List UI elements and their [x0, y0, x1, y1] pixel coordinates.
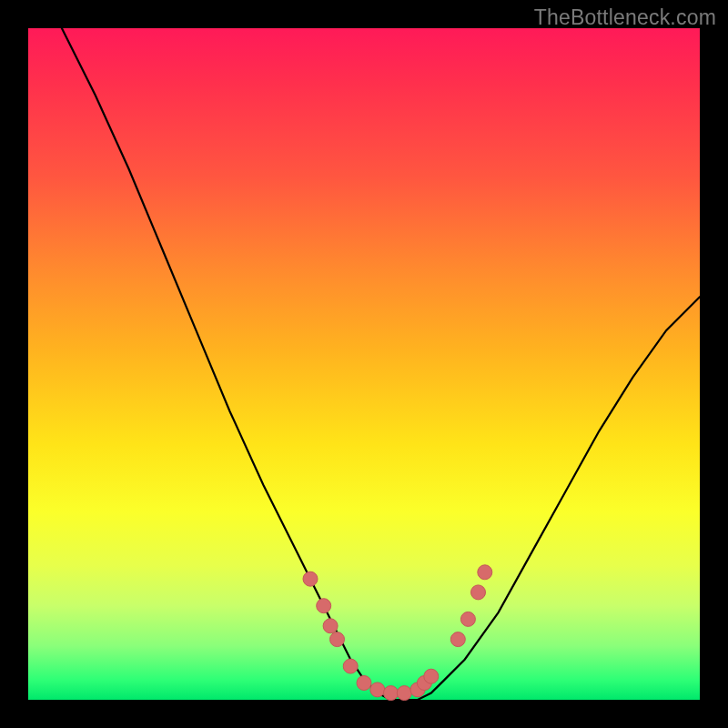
data-markers	[303, 565, 492, 701]
data-marker	[330, 632, 345, 647]
plot-area	[28, 28, 700, 700]
data-marker	[357, 676, 371, 691]
watermark-text: TheBottleneck.com	[534, 5, 716, 30]
bottleneck-curve	[62, 28, 700, 700]
data-marker	[471, 585, 486, 600]
chart-frame: TheBottleneck.com	[0, 0, 728, 728]
data-marker	[323, 619, 338, 633]
data-marker	[384, 686, 399, 701]
data-marker	[303, 571, 318, 586]
data-marker	[478, 565, 492, 580]
data-marker	[370, 682, 385, 697]
data-marker	[397, 686, 411, 701]
data-marker	[317, 599, 331, 613]
data-marker	[450, 632, 465, 647]
data-marker	[424, 669, 439, 683]
chart-svg	[28, 28, 700, 700]
data-marker	[460, 612, 475, 626]
data-marker	[343, 659, 358, 673]
